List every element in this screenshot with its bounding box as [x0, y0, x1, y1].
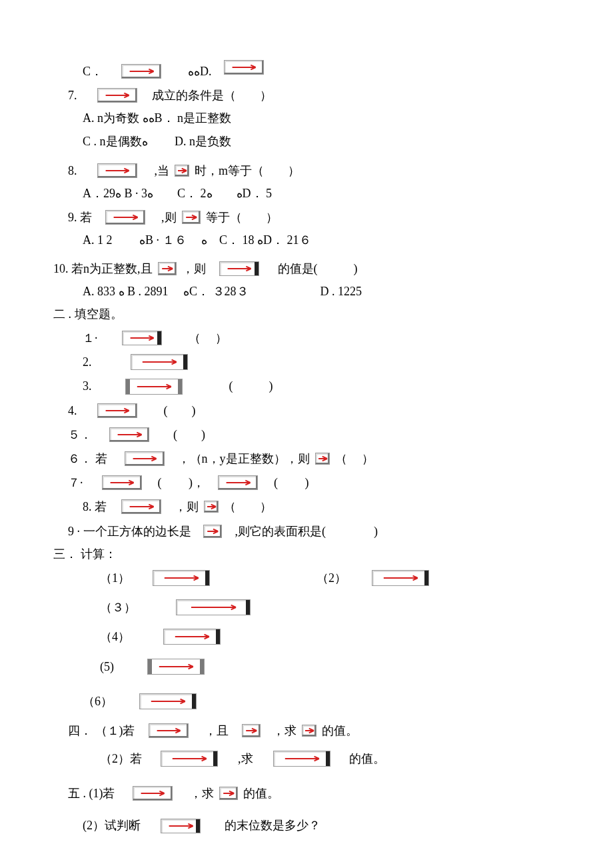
fill-3: 3. ( ) — [53, 375, 573, 397]
options-text: A. 1 2 ﻩB · １６ ﻩ C． 18 ﻩD． 21６ — [83, 229, 311, 251]
calc-5: (5) — [53, 655, 573, 678]
text: ,当 — [155, 159, 170, 182]
broken-image-icon — [163, 629, 221, 645]
q10-stem: 10. 若n为正整数,且 ，则 的值是( ) — [53, 257, 573, 280]
text: 的值。 — [349, 747, 385, 770]
broken-image-icon — [105, 210, 145, 225]
blank: ( ) — [164, 399, 196, 422]
question-number: 10. 若n为正整数,且 — [53, 257, 153, 280]
broken-image-icon — [158, 262, 177, 275]
broken-image-icon — [176, 599, 251, 615]
broken-image-icon — [175, 165, 189, 177]
item-number: （2） — [316, 567, 346, 589]
text: ，求 — [190, 782, 214, 805]
broken-image-icon — [125, 451, 165, 466]
broken-image-icon — [97, 88, 137, 103]
section-title: 三． 计算： — [53, 543, 117, 565]
options-text: A．29ﻩ B · 3ﻩ C． 2ﻩ ﻩD． 5 — [83, 182, 272, 205]
broken-image-icon — [121, 499, 161, 514]
item-number: （1） — [100, 567, 130, 589]
q9-options: A. 1 2 ﻩB · １６ ﻩ C． 18 ﻩD． 21６ — [53, 229, 573, 251]
text: 的值是( ) — [278, 257, 358, 280]
text: （2）若 — [100, 747, 142, 770]
broken-image-icon — [242, 724, 261, 737]
blank: （ ） — [335, 447, 374, 470]
fill-2: 2. — [53, 351, 573, 373]
item-text: 9 · 一个正方体的边长是 — [68, 520, 191, 543]
blank: ( ) — [173, 423, 205, 446]
broken-image-icon — [203, 525, 222, 538]
item-number: ７· — [68, 471, 83, 494]
broken-image-icon — [147, 659, 205, 675]
broken-image-icon — [219, 261, 259, 276]
text: ,则 — [161, 206, 177, 229]
fill-7: ７· ( )， ( ) — [53, 471, 573, 494]
blank: （ ） — [189, 327, 228, 349]
sec4-2: （2）若 ,求 的值。 — [53, 747, 573, 770]
broken-image-icon — [97, 403, 137, 418]
broken-image-icon — [302, 725, 316, 737]
text: ,则它的表面积是( ) — [235, 520, 378, 543]
text: ，（n，y是正整数），则 — [178, 447, 310, 470]
blank: ( )， — [158, 471, 205, 494]
broken-image-icon — [315, 453, 330, 465]
text: ，求 — [273, 719, 297, 742]
item-number: 3. — [83, 375, 92, 397]
broken-image-icon — [139, 693, 197, 709]
sec4-1: 四． （１)若 ，且 ，求 的值。 — [53, 719, 573, 742]
item-number: （6） — [83, 690, 113, 713]
broken-image-icon — [204, 501, 219, 513]
question-number: 7. — [68, 84, 77, 107]
q9-stem: 9. 若 ,则 等于（ ） — [53, 206, 573, 229]
broken-image-icon — [224, 60, 264, 75]
q8-stem: 8. ,当 时，m等于（ ） — [53, 159, 573, 182]
fill-5: ５． ( ) — [53, 423, 573, 446]
option-c-label: C． — [83, 60, 103, 83]
broken-image-icon — [109, 427, 149, 442]
options-text: A. n为奇数 ﻩﻩB． n是正整数 — [83, 107, 231, 129]
calc-4: （4） — [53, 625, 573, 648]
blank: ( ) — [274, 471, 309, 494]
broken-image-icon — [122, 331, 162, 345]
fill-4: 4. ( ) — [53, 399, 573, 422]
blank: ( ) — [229, 375, 273, 397]
q7-options-ab: A. n为奇数 ﻩﻩB． n是正整数 — [53, 107, 573, 129]
section-2-title: 二 . 填空题。 — [53, 303, 573, 325]
sec5-1: 五 . (1)若 ，求 的值。 — [53, 782, 573, 805]
sec5-2: (2）试判断 的末位数是多少？ — [53, 814, 573, 837]
broken-image-icon — [121, 64, 161, 79]
question-number: 9. 若 — [68, 206, 92, 229]
broken-image-icon — [161, 819, 201, 833]
fill-9: 9 · 一个正方体的边长是 ,则它的表面积是( ) — [53, 520, 573, 543]
item-number: １· — [83, 327, 98, 349]
options-text: A. 833 ﻩ B . 2891 ﻩC． ３28３ D . 1225 — [83, 280, 362, 303]
broken-image-icon — [125, 379, 183, 395]
text: 四． （１)若 — [68, 719, 135, 742]
broken-image-icon — [273, 751, 330, 767]
text: 时，m等于（ ） — [195, 159, 300, 182]
text: ，则 — [175, 495, 199, 518]
fill-6: ６． 若 ，（n，y是正整数），则 （ ） — [53, 447, 573, 470]
broken-image-icon — [102, 475, 142, 490]
item-number: （３） — [100, 596, 136, 619]
item-number: 4. — [68, 399, 77, 422]
text: ，则 — [182, 257, 206, 280]
calc-1: （1） （2） — [53, 567, 573, 589]
question-number: 8. — [68, 159, 77, 182]
q10-options: A. 833 ﻩ B . 2891 ﻩC． ３28３ D . 1225 — [53, 280, 573, 303]
text: (2）试判断 — [83, 814, 141, 837]
blank: （ ） — [224, 495, 272, 518]
broken-image-icon — [161, 751, 218, 767]
text: 的末位数是多少？ — [225, 814, 320, 837]
item-number: 8. 若 — [83, 495, 107, 518]
fill-8: 8. 若 ，则 （ ） — [53, 495, 573, 518]
calc-3: （３） — [53, 596, 573, 619]
item-number: 2. — [83, 351, 92, 373]
broken-image-icon — [153, 570, 210, 586]
broken-image-icon — [182, 211, 201, 224]
question-text: 成立的条件是（ ） — [152, 84, 272, 107]
q7-options-cd: C . n是偶数ﻩ D. n是负数 — [53, 130, 573, 153]
options-text: C . n是偶数ﻩ D. n是负数 — [83, 130, 231, 153]
section-3-title: 三． 计算： — [53, 543, 573, 565]
text: ，且 — [205, 719, 229, 742]
